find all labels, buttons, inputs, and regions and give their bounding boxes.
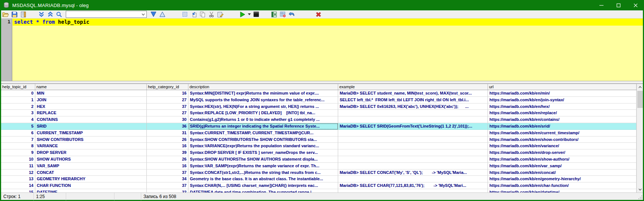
table-row[interactable]: 12CONCAT37Syntax:CONCAT(str1,str2,...)Re… bbox=[1, 169, 637, 176]
cell-name[interactable]: REPLACE bbox=[35, 110, 147, 116]
cell-url[interactable]: https://mariadb.com/kb/en/char-function/ bbox=[488, 182, 637, 189]
cell-cat[interactable]: 34 bbox=[147, 176, 188, 182]
sql-code-line[interactable]: select * from help_topic bbox=[13, 19, 643, 26]
cell-url[interactable]: https://mariadb.com/kb/en/show-authors/ bbox=[488, 156, 637, 163]
cell-id[interactable]: 11 bbox=[1, 163, 35, 169]
resize-grip[interactable] bbox=[638, 195, 643, 200]
cell-example[interactable] bbox=[338, 143, 488, 149]
cell-cat[interactable]: 27 bbox=[147, 110, 188, 116]
scrollbar-thumb[interactable] bbox=[637, 91, 643, 108]
cell-cat[interactable]: 39 bbox=[147, 149, 188, 156]
cell-example[interactable]: MariaDB> SELECT student_name, MIN(test_s… bbox=[338, 90, 488, 97]
undo-icon[interactable] bbox=[287, 11, 296, 18]
table-row[interactable]: 0MIN16Syntax:MIN([DISTINCT] expr)Returns… bbox=[1, 90, 637, 97]
cell-id[interactable]: 2 bbox=[1, 103, 35, 110]
cell-cat[interactable]: 26 bbox=[147, 156, 188, 163]
sort-descending-icon[interactable] bbox=[149, 11, 158, 18]
script-document-icon[interactable] bbox=[19, 11, 28, 18]
cell-example[interactable] bbox=[338, 149, 488, 156]
cell-desc[interactable]: Syntax:SHOW AUTHORSThe SHOW AUTHORS stat… bbox=[188, 156, 338, 163]
cell-example[interactable] bbox=[338, 130, 488, 136]
cell-name[interactable]: HEX bbox=[35, 103, 147, 110]
cell-name[interactable]: MIN bbox=[35, 90, 147, 97]
cell-desc[interactable]: Syntax:VARIANCE(expr)Returns the populat… bbox=[188, 143, 338, 149]
cell-name[interactable]: SHOW CONTRIBUTORS bbox=[35, 136, 147, 143]
cell-url[interactable]: https://mariadb.com/kb/en/geometry-hiera… bbox=[488, 176, 637, 182]
cell-example[interactable]: MariaDB> SELECT CHAR(77,121,83,81,'76');… bbox=[338, 182, 488, 189]
cell-example[interactable]: SELECT left_tbl.* FROM left_tbl LEFT JOI… bbox=[338, 97, 488, 103]
cell-desc[interactable]: Contains(g1,g2)Returns 1 or 0 to indicat… bbox=[188, 116, 338, 123]
cell-id[interactable]: 14 bbox=[1, 182, 35, 189]
cell-url[interactable]: https://mariadb.com/kb/en/srid/ bbox=[488, 123, 637, 130]
cell-name[interactable]: DATETIME bbox=[35, 189, 147, 192]
cell-name[interactable]: SHOW AUTHORS bbox=[35, 156, 147, 163]
scroll-up-icon[interactable] bbox=[637, 84, 643, 90]
table-row[interactable]: 2HEX37Syntax:HEX(str), HEX(N)For a strin… bbox=[1, 103, 637, 110]
cell-url[interactable]: https://mariadb.com/kb/en/contains/ bbox=[488, 116, 637, 123]
table-row[interactable]: 14CHAR FUNCTION37Syntax:CHAR(N,... [USIN… bbox=[1, 182, 637, 189]
cell-cat[interactable]: 37 bbox=[147, 103, 188, 110]
cell-url[interactable]: https://mariadb.com/kb/en/drop-server/ bbox=[488, 149, 637, 156]
cell-url[interactable]: https://mariadb.com/kb/en/concat/ bbox=[488, 169, 637, 176]
run-options-dropdown-icon[interactable] bbox=[247, 11, 252, 18]
table-row[interactable]: 7SHOW CONTRIBUTORS26Syntax:SHOW CONTRIBU… bbox=[1, 136, 637, 143]
column-header-url[interactable]: url bbox=[488, 84, 637, 90]
cell-name[interactable]: CONTAINS bbox=[35, 116, 147, 123]
table-row[interactable]: 1JOIN27MySQL supports the following JOIN… bbox=[1, 97, 637, 103]
cell-name[interactable]: CONCAT bbox=[35, 169, 147, 176]
cell-example[interactable]: MariaDB> SELECT 0x616263, HEX('abc'), UN… bbox=[338, 103, 488, 110]
table-row[interactable]: 3REPLACE27Syntax:REPLACE [LOW_PRIORITY |… bbox=[1, 110, 637, 116]
scroll-down-icon[interactable] bbox=[637, 186, 643, 192]
cell-cat[interactable]: 16 bbox=[147, 90, 188, 97]
cell-cat[interactable]: 31 bbox=[147, 130, 188, 136]
cell-example[interactable]: MariaDB> SELECT SRID(GeomFromText('LineS… bbox=[338, 123, 488, 130]
cell-example[interactable] bbox=[338, 189, 488, 192]
cell-example[interactable] bbox=[338, 110, 488, 116]
sort-ascending-icon[interactable] bbox=[158, 11, 167, 18]
select-block-icon[interactable] bbox=[180, 11, 189, 18]
cell-example[interactable] bbox=[338, 136, 488, 143]
column-header-name[interactable]: name bbox=[35, 84, 147, 90]
close-grid-icon[interactable] bbox=[278, 11, 287, 18]
cell-cat[interactable]: 26 bbox=[147, 136, 188, 143]
cell-example[interactable] bbox=[338, 116, 488, 123]
search-icon[interactable] bbox=[55, 11, 64, 18]
cell-example[interactable] bbox=[338, 163, 488, 169]
cell-url[interactable]: https://mariadb.com/kb/en/hex/ bbox=[488, 103, 637, 110]
sql-editor[interactable]: 1 select * from help_topic bbox=[1, 19, 643, 81]
cell-example[interactable] bbox=[338, 176, 488, 182]
cell-desc[interactable]: Syntax:CURRENT_TIMESTAMP, CURRENT_TIMEST… bbox=[188, 130, 338, 136]
cell-desc[interactable]: Geometry is the base class. It is an abs… bbox=[188, 176, 338, 182]
cell-desc[interactable]: Syntax:REPLACE [LOW_PRIORITY | DELAYED] … bbox=[188, 110, 338, 116]
table-row[interactable]: 10SHOW AUTHORS26Syntax:SHOW AUTHORSThe S… bbox=[1, 156, 637, 163]
column-header-desc[interactable]: description bbox=[188, 84, 338, 90]
close-button[interactable] bbox=[627, 0, 644, 10]
cell-example[interactable]: MariaDB> SELECT CONCAT('My', 'S', 'QL');… bbox=[338, 169, 488, 176]
cell-id[interactable]: 1 bbox=[1, 97, 35, 103]
cell-url[interactable]: https://mariadb.com/kb/en/current_timest… bbox=[488, 130, 637, 136]
column-header-id[interactable]: help_topic_id bbox=[1, 84, 35, 90]
stop-button[interactable] bbox=[252, 11, 260, 18]
cell-name[interactable]: JOIN bbox=[35, 97, 147, 103]
cell-id[interactable]: 7 bbox=[1, 136, 35, 143]
cell-url[interactable]: https://mariadb.com/kb/en/variance/ bbox=[488, 143, 637, 149]
cell-id[interactable]: 3 bbox=[1, 110, 35, 116]
export-excel-icon[interactable] bbox=[269, 11, 278, 18]
save-icon[interactable] bbox=[10, 11, 19, 18]
cell-cat[interactable]: 16 bbox=[147, 163, 188, 169]
copy-icon[interactable] bbox=[198, 11, 207, 18]
minimize-button[interactable] bbox=[593, 0, 610, 10]
cell-name[interactable]: VAR_SAMP bbox=[35, 163, 147, 169]
cell-id[interactable]: 10 bbox=[1, 156, 35, 163]
column-header-example[interactable]: example bbox=[338, 84, 488, 90]
vertical-scrollbar[interactable] bbox=[637, 84, 643, 192]
cell-desc[interactable]: Syntax:CONCAT(str1,str2,...)Returns the … bbox=[188, 169, 338, 176]
cell-url[interactable]: https://mariadb.com/kb/en/join-syntax/ bbox=[488, 97, 637, 103]
cell-desc[interactable]: Syntax:VAR_SAMP(expr)Returns the sample … bbox=[188, 163, 338, 169]
cell-id[interactable]: 13 bbox=[1, 176, 35, 182]
table-row[interactable]: 5SRID36SRID(g)Returns an integer indicat… bbox=[1, 123, 637, 130]
cell-desc[interactable]: Syntax:MIN([DISTINCT] expr)Returns the m… bbox=[188, 90, 338, 97]
table-row[interactable]: 11VAR_SAMP16Syntax:VAR_SAMP(expr)Returns… bbox=[1, 163, 637, 169]
cell-cat[interactable]: 27 bbox=[147, 97, 188, 103]
delete-icon[interactable] bbox=[314, 11, 323, 18]
